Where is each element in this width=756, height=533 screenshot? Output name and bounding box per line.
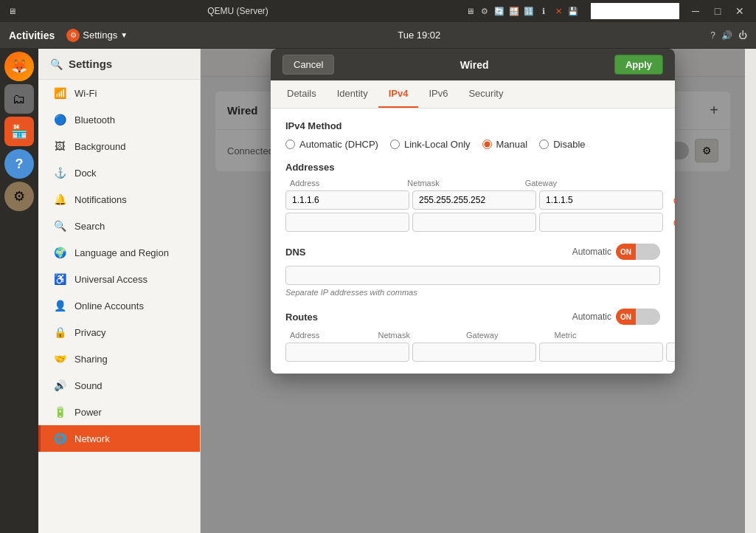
sidebar-item-background[interactable]: 🖼 Background (38, 133, 200, 159)
radio-automatic[interactable]: Automatic (DHCP) (285, 139, 378, 150)
window-controls: ─ □ ✕ (685, 4, 750, 18)
sidebar-item-label-network: Network (74, 433, 110, 444)
main-layout: 🦊 🗂 🏪 ? ⚙ 🔍 Settings 📶 Wi-Fi 🔵 Bluetooth… (0, 49, 756, 533)
sidebar-item-sharing[interactable]: 🤝 Sharing (38, 345, 200, 372)
route-metric-input[interactable] (666, 343, 675, 362)
addr-row-2: ⊗ (285, 213, 660, 232)
tab-ipv6[interactable]: IPv6 (418, 80, 458, 108)
right-panel (745, 49, 756, 533)
sharing-icon: 🤝 (52, 353, 67, 365)
sidebar-item-power[interactable]: 🔋 Power (38, 399, 200, 425)
addr-col-headers: Address Netmask Gateway (285, 179, 660, 188)
sidebar-item-notifications[interactable]: 🔔 Notifications (38, 186, 200, 213)
radio-manual-input[interactable] (482, 140, 492, 149)
ipv4-method-title: IPv4 Method (285, 120, 660, 131)
tab-details[interactable]: Details (277, 80, 327, 108)
addresses-section: Addresses Address Netmask Gateway (285, 162, 660, 232)
maximize-button[interactable]: □ (707, 4, 728, 18)
dialog-titlebar: Cancel Wired Apply (271, 49, 675, 80)
sidebar-item-label-background: Background (74, 141, 125, 152)
sidebar-item-label-privacy: Privacy (74, 327, 106, 338)
radio-disable-input[interactable] (539, 140, 549, 149)
dock-item-files[interactable]: 🗂 (4, 84, 34, 114)
radio-manual[interactable]: Manual (482, 139, 528, 150)
tab-identity[interactable]: Identity (327, 80, 378, 108)
title-bar: 🖥 QEMU (Server) 🖥 ⚙ 🔄 🪟 🔢 ℹ ✕ 💾 ─ □ ✕ (0, 0, 756, 22)
routes-toggle-switch[interactable]: ON (616, 309, 660, 325)
sidebar-item-label-online-accounts: Online Accounts (74, 300, 144, 312)
sidebar-item-language[interactable]: 🌍 Language and Region (38, 239, 200, 266)
radio-link-local[interactable]: Link-Local Only (390, 139, 471, 150)
dialog-cancel-button[interactable]: Cancel (282, 55, 334, 75)
addr-row1-remove-button[interactable]: ⊗ (666, 193, 675, 207)
dock-item-help[interactable]: ? (4, 149, 34, 179)
sidebar-item-bluetooth[interactable]: 🔵 Bluetooth (38, 106, 200, 133)
addr-col-gateway: Gateway (521, 179, 635, 188)
dock-item-settings[interactable]: ⚙ (4, 182, 34, 211)
activities-button[interactable]: Activities (9, 30, 55, 41)
minimize-button[interactable]: ─ (685, 4, 706, 18)
radio-disable[interactable]: Disable (539, 139, 585, 150)
toolbar-icon-4: 🪟 (508, 5, 520, 17)
sidebar-item-universal-access[interactable]: ♿ Universal Access (38, 266, 200, 292)
sidebar-search-icon: 🔍 (50, 58, 63, 70)
sidebar-item-network[interactable]: 🌐 Network (38, 425, 200, 452)
routes-col-remove (638, 331, 660, 340)
routes-col-metric: Metric (550, 331, 636, 340)
routes-col-headers: Address Netmask Gateway Metric (285, 331, 660, 340)
addr-row2-netmask[interactable] (412, 213, 536, 232)
search-icon: 🔍 (52, 220, 67, 232)
sidebar-item-label-universal-access: Universal Access (74, 274, 148, 285)
sidebar-item-sound[interactable]: 🔊 Sound (38, 372, 200, 399)
dialog-overlay: Cancel Wired Apply Details Identity IPv4… (201, 49, 745, 533)
dock-item-software[interactable]: 🏪 (4, 117, 34, 146)
wifi-icon: 📶 (52, 87, 67, 99)
radio-automatic-input[interactable] (285, 140, 295, 149)
addr-row1-address[interactable] (285, 190, 409, 210)
addr-row2-remove-button[interactable]: ⊗ (666, 216, 675, 230)
title-bar-title: QEMU (Server) (24, 6, 452, 16)
route-gateway-input[interactable] (539, 343, 663, 362)
online-accounts-icon: 👤 (52, 300, 67, 312)
title-search-input[interactable] (591, 3, 679, 19)
addr-row-1: ⊗ (285, 190, 660, 210)
toolbar-icon-2: ⚙ (479, 5, 490, 17)
addr-row2-gateway[interactable] (539, 213, 663, 232)
dns-title: DNS (285, 247, 305, 258)
sidebar-item-dock[interactable]: ⚓ Dock (38, 159, 200, 186)
sidebar-item-online-accounts[interactable]: 👤 Online Accounts (38, 292, 200, 319)
close-button[interactable]: ✕ (729, 4, 750, 18)
dock-item-firefox[interactable]: 🦊 (4, 52, 34, 81)
sound-icon: 🔊 (52, 379, 67, 391)
dock-icon: ⚓ (52, 167, 67, 179)
dns-input[interactable] (285, 266, 660, 285)
app-icon: 🖥 (6, 5, 18, 17)
routes-col-address: Address (285, 331, 371, 340)
radio-disable-label: Disable (553, 139, 585, 150)
sidebar-header: 🔍 Settings (38, 49, 200, 80)
routes-toggle-on-part: ON (616, 309, 636, 325)
sidebar-item-search[interactable]: 🔍 Search (38, 213, 200, 239)
tab-ipv4[interactable]: IPv4 (378, 80, 419, 108)
ipv4-method-radio-group: Automatic (DHCP) Link-Local Only Manual (285, 139, 660, 150)
sidebar-item-privacy[interactable]: 🔒 Privacy (38, 319, 200, 345)
tab-security[interactable]: Security (458, 80, 513, 108)
content-area: Network Wired + Connected ON ⚙ (201, 49, 745, 533)
settings-menu-button[interactable]: ⚙ Settings ▼ (66, 29, 128, 42)
toolbar-icon-7: ✕ (552, 5, 564, 17)
radio-link-local-input[interactable] (390, 140, 400, 149)
dns-toggle-switch[interactable]: ON (616, 244, 660, 260)
settings-cog-icon: ⚙ (66, 29, 80, 42)
dialog-apply-button[interactable]: Apply (614, 55, 663, 75)
addr-row1-netmask[interactable] (412, 190, 536, 210)
addr-row2-address[interactable] (285, 213, 409, 232)
route-netmask-input[interactable] (412, 343, 536, 362)
sidebar-item-wifi[interactable]: 📶 Wi-Fi (38, 80, 200, 106)
addr-row1-gateway[interactable] (539, 190, 663, 210)
dock: 🦊 🗂 🏪 ? ⚙ (0, 49, 38, 533)
sidebar-item-label-language: Language and Region (74, 247, 169, 258)
route-address-input[interactable] (285, 343, 409, 362)
routes-auto-label: Automatic (572, 312, 611, 322)
toolbar-icon-5: 🔢 (523, 5, 535, 17)
dialog-tabs: Details Identity IPv4 IPv6 Security (271, 80, 675, 109)
